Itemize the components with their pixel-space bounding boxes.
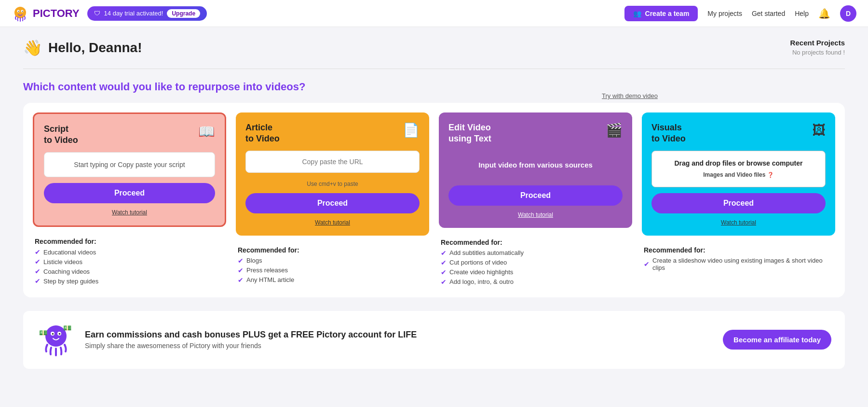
create-team-button[interactable]: 👥 Create a team: [624, 6, 698, 21]
article-icon: 📄: [403, 122, 420, 138]
article-to-video-card: Articleto Video 📄 Use cmd+v to paste Pro…: [236, 112, 429, 236]
check-icon: ✔: [238, 276, 244, 284]
affiliate-button[interactable]: Become an affiliate today: [723, 330, 831, 350]
check-icon: ✔: [441, 278, 447, 286]
svg-text:💵: 💵: [63, 324, 72, 332]
visuals-to-video-card: Visualsto Video 🖼 Drag and drop files or…: [642, 112, 835, 236]
visuals-to-video-wrapper: Visualsto Video 🖼 Drag and drop files or…: [642, 112, 835, 273]
card-title: Edit Videousing Text: [448, 122, 491, 145]
logo-icon: [12, 5, 29, 22]
script-to-video-wrapper: Scriptto Video 📖 Start typing or Copy pa…: [33, 112, 226, 287]
script-placeholder-text: Start typing or Copy paste your script: [51, 159, 208, 170]
edit-video-watch-tutorial[interactable]: Watch tutorial: [448, 211, 623, 218]
navbar: PICTORY 🛡 14 day trial activated! Upgrad…: [0, 0, 868, 27]
svg-point-9: [59, 333, 61, 335]
page-top: 👋 Hello, Deanna! Recent Projects No proj…: [23, 39, 845, 57]
affiliate-text-block: Earn commissions and cash bonuses PLUS g…: [85, 330, 713, 350]
check-icon: ✔: [35, 248, 41, 256]
affiliate-banner: 💵 💵 Earn commissions and cash bonuses PL…: [23, 311, 845, 369]
script-input-area[interactable]: Start typing or Copy paste your script: [44, 152, 215, 177]
edit-video-card: Edit Videousing Text 🎬 Input video from …: [439, 112, 632, 228]
list-item: ✔Step by step guides: [35, 277, 224, 285]
check-icon: ✔: [238, 267, 244, 274]
article-recs-list: ✔Blogs ✔Press releases ✔Any HTML article: [238, 257, 427, 284]
card-title: Scriptto Video: [44, 124, 78, 146]
logo[interactable]: PICTORY: [12, 5, 80, 22]
greeting-text: Hello, Deanna!: [48, 40, 142, 56]
script-recs-title: Recommended for:: [35, 238, 224, 245]
check-icon: ✔: [644, 260, 650, 268]
cards-section: Try with demo video Scriptto Video 📖 Sta…: [23, 103, 845, 297]
octopus-icon: 💵 💵: [37, 321, 75, 359]
affiliate-subtitle: Simply share the awesomeness of Pictory …: [85, 342, 713, 350]
list-item: ✔Coaching videos: [35, 267, 224, 275]
list-item: ✔Add subtitles automatically: [441, 249, 630, 257]
visuals-icon: 🖼: [812, 122, 826, 138]
script-watch-tutorial[interactable]: Watch tutorial: [44, 209, 215, 216]
card-header: Scriptto Video 📖: [44, 124, 215, 146]
section-divider: [23, 69, 845, 69]
logo-text: PICTORY: [33, 7, 80, 20]
card-title: Articleto Video: [245, 122, 280, 145]
svg-text:💵: 💵: [39, 329, 48, 337]
visuals-watch-tutorial[interactable]: Watch tutorial: [651, 219, 826, 226]
upgrade-button[interactable]: Upgrade: [167, 9, 200, 18]
recent-projects-section: Recent Projects No projects found !: [790, 39, 845, 56]
edit-video-icon: 🎬: [606, 122, 623, 138]
list-item: ✔Blogs: [238, 257, 427, 265]
navbar-right: 👥 Create a team My projects Get started …: [624, 5, 856, 22]
visuals-recs-title: Recommended for:: [644, 246, 833, 254]
check-icon: ✔: [35, 267, 41, 275]
drag-drop-sub: Images and Video files: [703, 171, 765, 178]
trial-badge: 🛡 14 day trial activated! Upgrade: [87, 6, 207, 21]
article-recs-title: Recommended for:: [238, 246, 427, 254]
help-icon[interactable]: ❓: [767, 172, 774, 178]
list-item: ✔Add logo, intro, & outro: [441, 278, 630, 286]
article-to-video-wrapper: Articleto Video 📄 Use cmd+v to paste Pro…: [236, 112, 429, 286]
avatar[interactable]: D: [840, 5, 856, 22]
my-projects-link[interactable]: My projects: [707, 10, 742, 17]
script-to-video-card: Scriptto Video 📖 Start typing or Copy pa…: [33, 112, 226, 227]
check-icon: ✔: [35, 277, 41, 285]
card-header: Articleto Video 📄: [245, 122, 420, 145]
get-started-link[interactable]: Get started: [752, 10, 785, 17]
article-proceed-button[interactable]: Proceed: [245, 193, 420, 213]
svg-point-4: [22, 11, 23, 12]
book-icon: 📖: [198, 124, 215, 140]
check-icon: ✔: [238, 257, 244, 265]
article-url-input[interactable]: [253, 158, 412, 166]
edit-video-wrapper: Edit Videousing Text 🎬 Input video from …: [439, 112, 632, 288]
check-icon: ✔: [441, 259, 447, 267]
visuals-proceed-button[interactable]: Proceed: [651, 193, 826, 213]
help-link[interactable]: Help: [795, 10, 809, 17]
drag-drop-area[interactable]: Drag and drop files or browse computer I…: [651, 151, 826, 187]
script-recommendations: Recommended for: ✔Educational videos ✔Li…: [33, 233, 226, 287]
trial-text: 14 day trial activated!: [104, 10, 163, 17]
greeting-section: 👋 Hello, Deanna!: [23, 39, 142, 57]
shield-icon: 🛡: [94, 10, 100, 17]
svg-point-8: [52, 333, 54, 335]
script-proceed-button[interactable]: Proceed: [44, 183, 215, 203]
check-icon: ✔: [441, 249, 447, 257]
paste-hint: Use cmd+v to paste: [245, 181, 420, 187]
team-icon: 👥: [633, 10, 641, 17]
edit-video-proceed-button[interactable]: Proceed: [448, 185, 623, 206]
card-title: Visualsto Video: [651, 122, 686, 145]
list-item: ✔Press releases: [238, 267, 427, 274]
check-icon: ✔: [35, 258, 41, 266]
article-url-input-area[interactable]: [245, 151, 420, 173]
visuals-recommendations: Recommended for: ✔Create a slideshow vid…: [642, 241, 835, 273]
demo-video-link[interactable]: Try with demo video: [602, 92, 658, 99]
wave-emoji: 👋: [23, 39, 42, 57]
check-icon: ✔: [441, 268, 447, 276]
edit-video-recs-title: Recommended for:: [441, 239, 630, 246]
notification-bell-icon[interactable]: 🔔: [818, 8, 830, 19]
visuals-recs-list: ✔Create a slideshow video using existing…: [644, 257, 833, 271]
script-recs-list: ✔Educational videos ✔Listicle videos ✔Co…: [35, 248, 224, 285]
recent-projects-title: Recent Projects: [790, 39, 845, 47]
edit-video-body-text: Input video from various sources: [478, 160, 593, 171]
main-content: 👋 Hello, Deanna! Recent Projects No proj…: [0, 27, 868, 388]
affiliate-title: Earn commissions and cash bonuses PLUS g…: [85, 330, 713, 340]
article-watch-tutorial[interactable]: Watch tutorial: [245, 219, 420, 226]
drag-drop-text: Drag and drop files or browse computer: [657, 159, 820, 168]
